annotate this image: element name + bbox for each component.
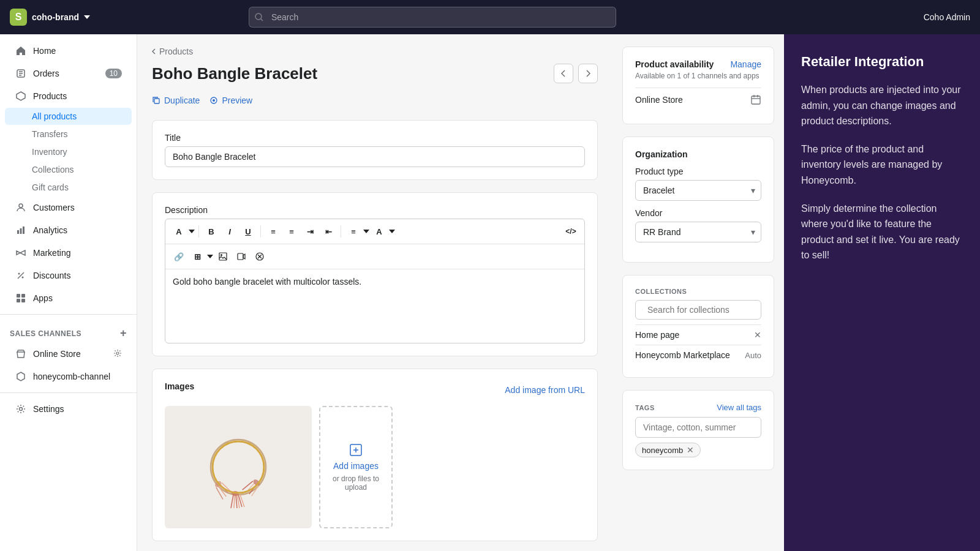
sidebar-item-analytics[interactable]: Analytics: [5, 219, 132, 241]
brand-logo[interactable]: S coho-brand: [10, 9, 90, 26]
breadcrumb-parent[interactable]: Products: [159, 47, 193, 56]
rte-underline-btn[interactable]: U: [239, 223, 257, 240]
svg-point-0: [255, 13, 262, 20]
description-content[interactable]: Gold boho bangle bracelet with multicolo…: [165, 269, 584, 343]
svg-rect-13: [17, 294, 20, 298]
tags-input[interactable]: [635, 417, 761, 438]
add-channel-icon[interactable]: +: [120, 327, 127, 340]
sidebar-divider: [0, 314, 137, 315]
online-store-settings-icon[interactable]: [113, 349, 122, 359]
sidebar-item-online-store[interactable]: Online Store: [5, 343, 132, 365]
svg-rect-9: [23, 227, 24, 234]
svg-line-35: [240, 495, 244, 507]
next-product-button[interactable]: [578, 64, 598, 83]
vendor-select[interactable]: RR Brand: [635, 222, 761, 242]
sidebar-item-discounts[interactable]: Discounts: [5, 264, 132, 287]
info-panel: Retailer Integration When products are i…: [784, 34, 980, 551]
calendar-icon[interactable]: [750, 94, 761, 105]
availability-sub: Available on 1 of 1 channels and apps: [635, 72, 761, 80]
rte-divider-2: [260, 225, 261, 238]
svg-point-47: [213, 441, 264, 493]
availability-header: Product availability Manage: [635, 59, 761, 69]
rte-italic-btn[interactable]: I: [221, 223, 238, 240]
rte-font-btn[interactable]: A: [170, 223, 187, 240]
tag-remove-button[interactable]: ✕: [687, 445, 694, 455]
rte-video-btn[interactable]: [233, 248, 250, 265]
collection-name-honeycomb: Honeycomb Marketplace: [635, 350, 730, 360]
prev-product-button[interactable]: [554, 64, 573, 83]
svg-point-17: [116, 352, 119, 354]
tags-header: TAGS View all tags: [635, 403, 761, 412]
search-input[interactable]: [249, 7, 616, 28]
add-image-url-button[interactable]: Add image from URL: [505, 385, 585, 395]
sidebar-item-gift-cards[interactable]: Gift cards: [5, 179, 132, 196]
collection-item-honeycomb: Honeycomb Marketplace Auto: [635, 345, 761, 365]
sidebar-item-transfers[interactable]: Transfers: [5, 126, 132, 143]
sidebar-item-all-products[interactable]: All products: [5, 108, 132, 125]
svg-line-30: [231, 495, 233, 508]
tags-list: honeycomb ✕: [635, 443, 761, 457]
sidebar-item-inventory[interactable]: Inventory: [5, 143, 132, 160]
rte-code-btn[interactable]: </>: [562, 223, 579, 240]
rte-align-btn[interactable]: ≡: [345, 223, 362, 240]
collection-remove-homepage[interactable]: ✕: [754, 330, 761, 340]
svg-line-32: [236, 495, 237, 508]
settings-icon: [15, 403, 27, 415]
customers-icon: [15, 201, 27, 214]
rte-image-btn[interactable]: [214, 248, 232, 265]
sidebar-item-customers[interactable]: Customers: [5, 197, 132, 219]
organization-title: Organization: [635, 149, 761, 159]
breadcrumb: Products: [152, 47, 598, 56]
rte-ol-btn[interactable]: ≡: [283, 223, 300, 240]
rte-bold-btn[interactable]: B: [203, 223, 220, 240]
add-images-label: Add images: [333, 461, 379, 471]
sidebar-item-products[interactable]: Products: [5, 85, 132, 107]
sidebar-item-collections[interactable]: Collections: [5, 161, 132, 178]
svg-rect-8: [20, 228, 22, 234]
product-image: [165, 406, 312, 528]
image-upload-area[interactable]: Add images or drop files toupload: [319, 406, 393, 528]
discounts-icon: [15, 269, 27, 282]
preview-button[interactable]: Preview: [209, 93, 252, 108]
rte-table-dropdown[interactable]: [207, 255, 213, 258]
rte-link-btn[interactable]: 🔗: [170, 248, 187, 265]
admin-label: Coho Admin: [924, 12, 970, 22]
sidebar-item-honeycomb[interactable]: honeycomb-channel: [5, 365, 132, 388]
sidebar-item-apps[interactable]: Apps: [5, 287, 132, 309]
title-input[interactable]: [165, 146, 585, 167]
sidebar-item-settings[interactable]: Settings: [5, 398, 132, 420]
view-all-tags-link[interactable]: View all tags: [717, 403, 761, 412]
rte-font-dropdown[interactable]: [189, 230, 195, 233]
orders-icon: [15, 67, 27, 80]
duplicate-button[interactable]: Duplicate: [152, 93, 200, 108]
svg-line-31: [234, 495, 235, 508]
svg-point-22: [213, 99, 215, 102]
svg-rect-25: [238, 253, 243, 260]
rte-clear-btn[interactable]: [251, 248, 268, 265]
rte-table-btn[interactable]: ⊞: [189, 248, 206, 265]
sidebar-item-home[interactable]: Home: [5, 40, 132, 62]
svg-point-10: [18, 273, 20, 275]
rte-toolbar: A B I U ≡ ≡ ⇥ ⇤: [165, 219, 584, 244]
product-type-select[interactable]: Bracelet: [635, 180, 761, 201]
all-products-label: All products: [32, 111, 77, 121]
rte-outdent-btn[interactable]: ⇤: [320, 223, 337, 240]
rte-align-dropdown[interactable]: [363, 230, 369, 233]
sidebar-item-orders[interactable]: Orders 10: [5, 62, 132, 84]
settings-label: Settings: [33, 404, 64, 414]
rte-indent-btn[interactable]: ⇥: [301, 223, 318, 240]
sidebar-item-marketing[interactable]: Marketing: [5, 242, 132, 264]
collections-search-input[interactable]: [647, 305, 755, 315]
vendor-label: Vendor: [635, 208, 761, 218]
rte-color-btn[interactable]: A: [371, 223, 388, 240]
right-panel: Product availability Manage Available on…: [612, 34, 784, 551]
manage-link[interactable]: Manage: [730, 59, 761, 69]
svg-rect-16: [21, 299, 25, 302]
chevron-down-icon: [84, 15, 90, 19]
tag-label: honeycomb: [642, 446, 683, 455]
apps-label: Apps: [33, 293, 53, 303]
rte-divider-3: [341, 225, 341, 238]
svg-point-6: [19, 204, 23, 208]
rte-ul-btn[interactable]: ≡: [265, 223, 282, 240]
rte-color-dropdown[interactable]: [389, 230, 395, 233]
